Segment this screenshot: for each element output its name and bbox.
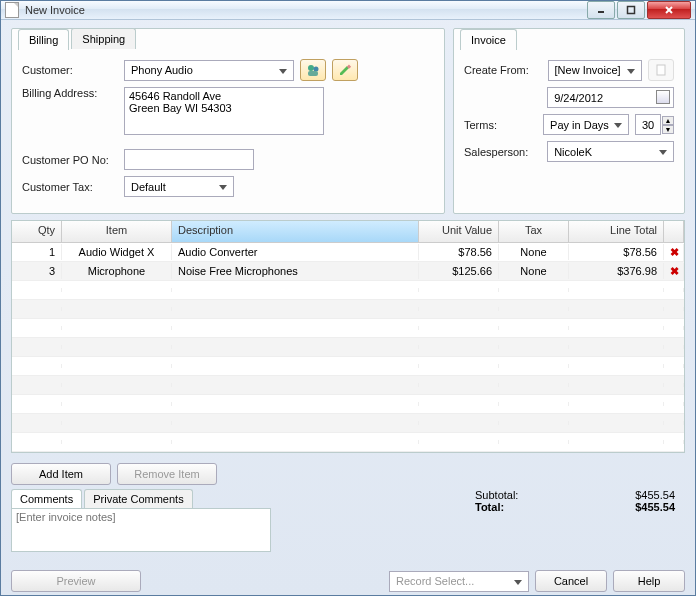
tab-billing[interactable]: Billing (18, 29, 69, 50)
svg-point-5 (314, 67, 319, 72)
help-button[interactable]: Help (613, 570, 685, 592)
preview-button[interactable]: Preview (11, 570, 141, 592)
remove-item-button[interactable]: Remove Item (117, 463, 217, 485)
total-value: $455.54 (595, 501, 675, 513)
salesperson-label: Salesperson: (464, 146, 541, 158)
cell-item[interactable]: Microphone (62, 263, 172, 279)
create-from-label: Create From: (464, 64, 542, 76)
header-delete (664, 221, 684, 242)
terms-select[interactable]: Pay in Days (543, 114, 629, 135)
cell-line-total[interactable]: $78.56 (569, 244, 664, 260)
subtotal-label: Subtotal: (475, 489, 555, 501)
document-icon (5, 2, 19, 18)
cell-description[interactable]: Audio Converter (172, 244, 419, 260)
cell-tax[interactable]: None (499, 244, 569, 260)
delete-row-icon[interactable]: ✖ (664, 263, 684, 280)
cell-item[interactable]: Audio Widget X (62, 244, 172, 260)
minimize-button[interactable] (587, 1, 615, 19)
table-row[interactable] (12, 319, 684, 338)
table-row[interactable] (12, 300, 684, 319)
billing-address-label: Billing Address: (22, 87, 118, 99)
cell-qty[interactable]: 1 (12, 244, 62, 260)
header-unit-value[interactable]: Unit Value (419, 221, 499, 242)
cell-unit-value[interactable]: $78.56 (419, 244, 499, 260)
line-items-grid: Qty Item Description Unit Value Tax Line… (11, 220, 685, 453)
salesperson-value: NicoleK (554, 146, 592, 158)
terms-label: Terms: (464, 119, 537, 131)
table-row[interactable] (12, 414, 684, 433)
cell-unit-value[interactable]: $125.66 (419, 263, 499, 279)
tab-comments[interactable]: Comments (11, 489, 82, 508)
customer-po-input[interactable] (124, 149, 254, 170)
spin-down-button[interactable]: ▼ (662, 125, 674, 134)
pencil-icon (338, 63, 352, 77)
create-from-value: [New Invoice] (555, 64, 621, 76)
document-icon (655, 64, 667, 76)
tab-private-comments[interactable]: Private Comments (84, 489, 192, 508)
header-item[interactable]: Item (62, 221, 172, 242)
table-row[interactable] (12, 433, 684, 452)
customer-label: Customer: (22, 64, 118, 76)
grid-header: Qty Item Description Unit Value Tax Line… (12, 221, 684, 243)
table-row[interactable]: 1Audio Widget XAudio Converter$78.56None… (12, 243, 684, 262)
invoice-notes-input[interactable] (11, 508, 271, 552)
invoice-date-value: 9/24/2012 (554, 92, 603, 104)
table-row[interactable] (12, 338, 684, 357)
billing-panel: Billing Shipping Customer: Phony Audio (11, 28, 445, 214)
terms-value: Pay in Days (550, 119, 609, 131)
record-select[interactable]: Record Select... (389, 571, 529, 592)
tab-invoice[interactable]: Invoice (460, 29, 517, 50)
table-row[interactable] (12, 395, 684, 414)
create-from-select[interactable]: [New Invoice] (548, 60, 643, 81)
delete-row-icon[interactable]: ✖ (664, 244, 684, 261)
svg-point-4 (308, 65, 314, 71)
subtotal-value: $455.54 (595, 489, 675, 501)
cell-description[interactable]: Noise Free Microphones (172, 263, 419, 279)
customer-value: Phony Audio (131, 64, 193, 76)
record-select-label: Record Select... (396, 575, 474, 587)
table-row[interactable] (12, 357, 684, 376)
cell-qty[interactable]: 3 (12, 263, 62, 279)
svg-rect-1 (628, 7, 635, 14)
header-qty[interactable]: Qty (12, 221, 62, 242)
invoice-panel: Invoice Create From: [New Invoice] 9/2 (453, 28, 685, 214)
titlebar[interactable]: New Invoice (1, 1, 695, 20)
grid-body[interactable]: 1Audio Widget XAudio Converter$78.56None… (12, 243, 684, 452)
total-label: Total: (475, 501, 555, 513)
terms-days-spinner[interactable]: ▲ ▼ (635, 114, 674, 135)
svg-rect-8 (657, 65, 665, 75)
table-row[interactable] (12, 281, 684, 300)
customer-tax-label: Customer Tax: (22, 181, 118, 193)
customer-select[interactable]: Phony Audio (124, 60, 294, 81)
totals-panel: Subtotal: $455.54 Total: $455.54 (475, 489, 685, 513)
add-item-button[interactable]: Add Item (11, 463, 111, 485)
tab-shipping[interactable]: Shipping (71, 28, 136, 49)
window-frame: New Invoice Billing Shipping Customer: (0, 0, 696, 596)
invoice-date-picker[interactable]: 9/24/2012 (547, 87, 674, 108)
create-from-button[interactable] (648, 59, 674, 81)
cell-line-total[interactable]: $376.98 (569, 263, 664, 279)
people-icon (306, 63, 320, 77)
table-row[interactable]: 3MicrophoneNoise Free Microphones$125.66… (12, 262, 684, 281)
maximize-button[interactable] (617, 1, 645, 19)
comments-panel: Comments Private Comments (11, 489, 271, 554)
calendar-icon (656, 90, 670, 104)
table-row[interactable] (12, 376, 684, 395)
svg-rect-6 (308, 71, 318, 76)
customer-po-label: Customer PO No: (22, 154, 118, 166)
billing-address-input[interactable] (124, 87, 324, 135)
spin-up-button[interactable]: ▲ (662, 116, 674, 125)
customer-tax-select[interactable]: Default (124, 176, 234, 197)
cell-tax[interactable]: None (499, 263, 569, 279)
customer-edit-button[interactable] (332, 59, 358, 81)
header-description[interactable]: Description (172, 221, 419, 242)
customer-lookup-button[interactable] (300, 59, 326, 81)
close-button[interactable] (647, 1, 691, 19)
footer-bar: Preview Record Select... Cancel Help (1, 564, 695, 596)
header-line-total[interactable]: Line Total (569, 221, 664, 242)
header-tax[interactable]: Tax (499, 221, 569, 242)
salesperson-select[interactable]: NicoleK (547, 141, 674, 162)
cancel-button[interactable]: Cancel (535, 570, 607, 592)
window-title: New Invoice (25, 4, 587, 16)
terms-days-input[interactable] (635, 114, 661, 135)
